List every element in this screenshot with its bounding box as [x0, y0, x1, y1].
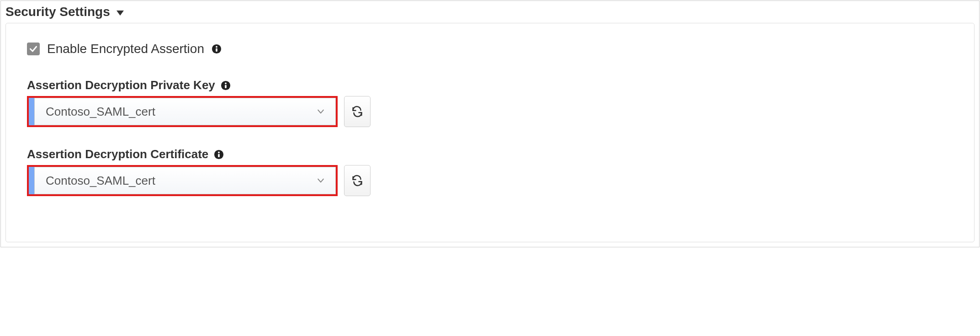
chevron-down-icon [316, 176, 325, 185]
svg-point-7 [218, 151, 220, 153]
private-key-refresh-button[interactable] [344, 96, 371, 127]
info-icon[interactable] [214, 149, 224, 160]
private-key-select-highlight: Contoso_SAML_cert [27, 96, 338, 127]
info-icon[interactable] [221, 80, 231, 91]
certificate-control-row: Contoso_SAML_cert [27, 165, 953, 196]
certificate-select[interactable]: Contoso_SAML_cert [34, 167, 336, 194]
private-key-select[interactable]: Contoso_SAML_cert [34, 98, 336, 125]
certificate-select-highlight: Contoso_SAML_cert [27, 165, 338, 196]
certificate-refresh-button[interactable] [344, 165, 371, 196]
certificate-label-row: Assertion Decryption Certificate [27, 147, 953, 161]
svg-rect-2 [216, 48, 217, 52]
info-icon[interactable] [212, 44, 222, 54]
select-accent [29, 167, 34, 194]
private-key-field: Assertion Decryption Private Key Contoso… [27, 78, 953, 127]
enable-encrypted-label: Enable Encrypted Assertion [47, 42, 204, 56]
enable-encrypted-row: Enable Encrypted Assertion [27, 42, 953, 56]
private-key-control-row: Contoso_SAML_cert [27, 96, 953, 127]
caret-down-icon [117, 11, 124, 16]
section-header[interactable]: Security Settings [5, 5, 975, 19]
certificate-field: Assertion Decryption Certificate Contoso… [27, 147, 953, 196]
select-accent [29, 98, 34, 125]
svg-rect-8 [218, 154, 220, 157]
private-key-label: Assertion Decryption Private Key [27, 78, 215, 92]
settings-panel: Enable Encrypted Assertion Assertion Dec… [5, 23, 975, 242]
enable-encrypted-checkbox[interactable] [27, 43, 40, 55]
chevron-down-icon [316, 107, 325, 116]
svg-point-4 [225, 82, 227, 84]
private-key-label-row: Assertion Decryption Private Key [27, 78, 953, 92]
private-key-value: Contoso_SAML_cert [46, 105, 155, 119]
section-title: Security Settings [5, 5, 110, 19]
refresh-icon [351, 105, 364, 118]
checkmark-icon [29, 44, 38, 53]
svg-point-1 [216, 46, 217, 48]
security-settings-container: Security Settings Enable Encrypted Asser… [0, 0, 980, 247]
refresh-icon [351, 174, 364, 187]
svg-rect-5 [225, 85, 227, 88]
certificate-label: Assertion Decryption Certificate [27, 147, 208, 161]
certificate-value: Contoso_SAML_cert [46, 174, 155, 188]
